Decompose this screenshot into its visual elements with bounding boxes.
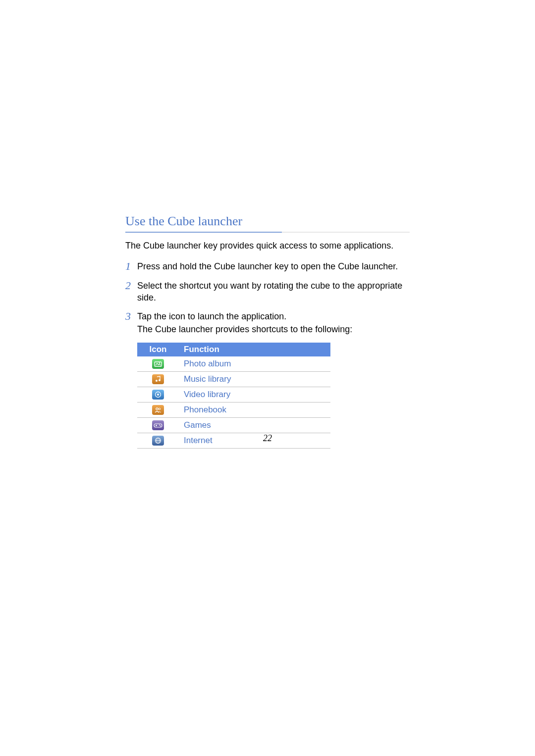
step-text: Select the shortcut you want by rotating… xyxy=(137,280,410,304)
svg-point-3 xyxy=(159,379,160,381)
svg-point-6 xyxy=(156,408,158,410)
page-number: 22 xyxy=(0,433,535,444)
svg-point-1 xyxy=(159,362,160,363)
function-label: Phonebook xyxy=(179,402,330,417)
step-number: 1 xyxy=(125,260,137,272)
shortcut-table: Icon Function Photo album xyxy=(137,343,330,449)
step-text: Press and hold the Cube launcher key to … xyxy=(137,260,398,272)
table-row: Phonebook xyxy=(137,402,330,417)
step-item: 2 Select the shortcut you want by rotati… xyxy=(125,280,410,304)
intro-text: The Cube launcher key provides quick acc… xyxy=(125,240,410,252)
step-text: Tap the icon to launch the application. xyxy=(137,310,352,322)
heading-rule xyxy=(125,232,410,233)
step-number: 3 xyxy=(125,310,137,322)
step-item: 1 Press and hold the Cube launcher key t… xyxy=(125,260,410,272)
steps-list: 1 Press and hold the Cube launcher key t… xyxy=(125,260,410,335)
col-header-function: Function xyxy=(179,343,330,356)
svg-point-7 xyxy=(159,408,160,410)
table-row: Photo album xyxy=(137,356,330,372)
svg-point-2 xyxy=(156,380,158,382)
col-header-icon: Icon xyxy=(137,343,179,356)
svg-point-5 xyxy=(157,394,159,396)
video-library-icon xyxy=(152,390,164,400)
step-subtext: The Cube launcher provides shortcuts to … xyxy=(137,323,352,335)
photo-album-icon xyxy=(152,359,164,369)
function-label: Photo album xyxy=(179,356,330,372)
function-label: Video library xyxy=(179,387,330,402)
phonebook-icon xyxy=(152,405,164,415)
section-heading: Use the Cube launcher xyxy=(125,214,410,229)
games-icon xyxy=(152,420,164,430)
step-item: 3 Tap the icon to launch the application… xyxy=(125,310,410,336)
svg-rect-8 xyxy=(154,424,162,427)
table-row: Video library xyxy=(137,387,330,402)
table-row: Games xyxy=(137,417,330,433)
svg-point-11 xyxy=(159,425,160,426)
function-label: Music library xyxy=(179,371,330,387)
svg-point-12 xyxy=(160,426,161,427)
music-library-icon xyxy=(152,374,164,384)
step-number: 2 xyxy=(125,280,137,292)
function-label: Games xyxy=(179,417,330,433)
table-row: Music library xyxy=(137,371,330,387)
